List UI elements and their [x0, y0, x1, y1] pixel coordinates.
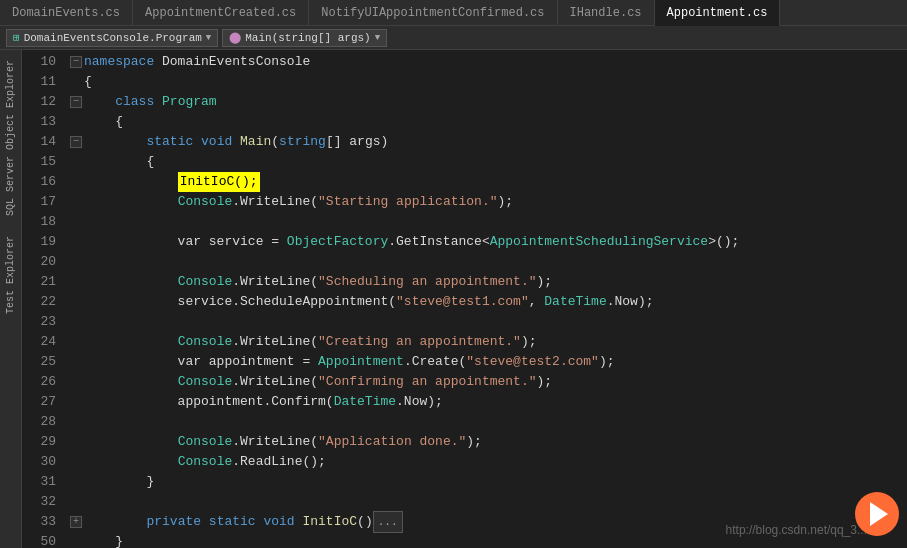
- code-line-15: {: [70, 152, 907, 172]
- code-content[interactable]: − namespace DomainEventsConsole { − clas…: [62, 50, 907, 548]
- editor-wrapper: 10 11 12 13 14 15 16 17 18 19 20 21 22 2…: [22, 50, 907, 548]
- play-button[interactable]: [855, 492, 899, 536]
- code-line-33: + private static void InitIoC()...: [70, 512, 907, 532]
- tab-label: IHandle.cs: [570, 6, 642, 20]
- line-numbers: 10 11 12 13 14 15 16 17 18 19 20 21 22 2…: [22, 50, 62, 548]
- code-line-13: {: [70, 112, 907, 132]
- collapse-btn-12[interactable]: −: [70, 96, 82, 108]
- code-line-26: Console.WriteLine("Confirming an appoint…: [70, 372, 907, 392]
- code-line-16: InitIoC();: [70, 172, 907, 192]
- code-line-22: service.ScheduleAppointment("steve@test1…: [70, 292, 907, 312]
- code-line-27: appointment.Confirm(DateTime.Now);: [70, 392, 907, 412]
- chevron-down-icon: ▼: [206, 33, 211, 43]
- sidebar-item-test[interactable]: Test Explorer: [5, 236, 16, 314]
- code-line-25: var appointment = Appointment.Create("st…: [70, 352, 907, 372]
- collapse-btn-33[interactable]: +: [70, 516, 82, 528]
- tab-domain-events[interactable]: DomainEvents.cs: [0, 0, 133, 25]
- code-line-20: [70, 252, 907, 272]
- code-line-28: [70, 412, 907, 432]
- tab-label: Appointment.cs: [667, 6, 768, 20]
- tab-label: DomainEvents.cs: [12, 6, 120, 20]
- tab-appointment[interactable]: Appointment.cs: [655, 0, 781, 26]
- method-icon: ⬤: [229, 31, 241, 44]
- nav-namespace-label: DomainEventsConsole.Program: [24, 32, 202, 44]
- code-line-29: Console.WriteLine("Application done.");: [70, 432, 907, 452]
- code-line-14: − static void Main(string[] args): [70, 132, 907, 152]
- code-line-11: {: [70, 72, 907, 92]
- tab-ihandle[interactable]: IHandle.cs: [558, 0, 655, 25]
- code-line-10: − namespace DomainEventsConsole: [70, 52, 907, 72]
- main-area: SQL Server Object Explorer Test Explorer…: [0, 50, 907, 548]
- code-line-18: [70, 212, 907, 232]
- code-line-24: Console.WriteLine("Creating an appointme…: [70, 332, 907, 352]
- code-line-19: var service = ObjectFactory.GetInstance<…: [70, 232, 907, 252]
- code-line-12: − class Program: [70, 92, 907, 112]
- code-line-30: Console.ReadLine();: [70, 452, 907, 472]
- code-line-31: }: [70, 472, 907, 492]
- code-line-32: [70, 492, 907, 512]
- tab-bar: DomainEvents.cs AppointmentCreated.cs No…: [0, 0, 907, 26]
- tab-notify-ui[interactable]: NotifyUIAppointmentConfirmed.cs: [309, 0, 557, 25]
- namespace-icon: ⊞: [13, 31, 20, 44]
- code-line-23: [70, 312, 907, 332]
- collapsed-indicator: ...: [373, 511, 403, 533]
- code-line-17: Console.WriteLine("Starting application.…: [70, 192, 907, 212]
- code-line-50: }: [70, 532, 907, 548]
- tab-appointment-created[interactable]: AppointmentCreated.cs: [133, 0, 309, 25]
- code-editor[interactable]: 10 11 12 13 14 15 16 17 18 19 20 21 22 2…: [22, 50, 907, 548]
- nav-method-label: Main(string[] args): [245, 32, 370, 44]
- collapse-btn-14[interactable]: −: [70, 136, 82, 148]
- highlighted-code: InitIoC();: [178, 172, 260, 192]
- nav-bar: ⊞ DomainEventsConsole.Program ▼ ⬤ Main(s…: [0, 26, 907, 50]
- method-dropdown[interactable]: ⬤ Main(string[] args) ▼: [222, 29, 387, 47]
- sidebar-item-sql[interactable]: SQL Server Object Explorer: [5, 60, 16, 216]
- tab-label: AppointmentCreated.cs: [145, 6, 296, 20]
- sidebar: SQL Server Object Explorer Test Explorer: [0, 50, 22, 548]
- chevron-down-icon: ▼: [375, 33, 380, 43]
- tab-label: NotifyUIAppointmentConfirmed.cs: [321, 6, 544, 20]
- namespace-dropdown[interactable]: ⊞ DomainEventsConsole.Program ▼: [6, 29, 218, 47]
- collapse-btn-10[interactable]: −: [70, 56, 82, 68]
- code-line-21: Console.WriteLine("Scheduling an appoint…: [70, 272, 907, 292]
